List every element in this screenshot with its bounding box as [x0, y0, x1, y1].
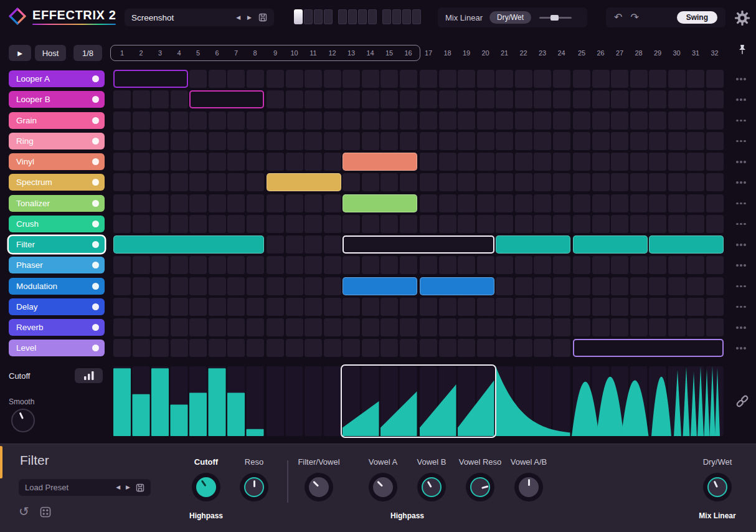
- track-state-dot[interactable]: [92, 241, 99, 248]
- pattern-slot-8[interactable]: [368, 9, 377, 24]
- grid-cell[interactable]: [247, 339, 264, 357]
- grid-cell[interactable]: [113, 194, 131, 212]
- grid-cell[interactable]: [171, 256, 188, 274]
- grid-cell[interactable]: [400, 298, 417, 316]
- effect-preset-save-icon[interactable]: [136, 483, 144, 492]
- grid-cell[interactable]: [668, 256, 686, 274]
- grid-cell[interactable]: [209, 298, 226, 316]
- step-number-21[interactable]: 21: [496, 49, 513, 57]
- grid-cell[interactable]: [649, 132, 666, 150]
- step-number-22[interactable]: 22: [515, 49, 532, 57]
- pattern-slot-1[interactable]: [294, 9, 303, 24]
- grid-cell[interactable]: [611, 256, 628, 274]
- grid-cell[interactable]: [305, 318, 322, 336]
- grid-cell[interactable]: [573, 70, 590, 88]
- step-block-filter[interactable]: [113, 235, 264, 254]
- grid-cell[interactable]: [380, 318, 398, 336]
- grid-cell[interactable]: [286, 153, 303, 171]
- grid-cell[interactable]: [247, 277, 264, 295]
- grid-cell[interactable]: [343, 256, 360, 274]
- grid-cell[interactable]: [171, 132, 188, 150]
- step-number-31[interactable]: 31: [687, 49, 704, 57]
- grid-cell[interactable]: [343, 70, 360, 88]
- grid-cell[interactable]: [553, 215, 570, 233]
- knob-dry-wet[interactable]: [703, 473, 732, 501]
- grid-cell[interactable]: [534, 194, 551, 212]
- grid-cell[interactable]: [534, 90, 551, 108]
- row-menu-icon[interactable]: [736, 347, 746, 349]
- grid-cell[interactable]: [477, 132, 494, 150]
- grid-cell[interactable]: [267, 298, 284, 316]
- grid-cell[interactable]: [649, 70, 666, 88]
- pattern-slot-3[interactable]: [314, 9, 323, 24]
- step-number-32[interactable]: 32: [706, 49, 724, 57]
- grid-cell[interactable]: [458, 112, 475, 130]
- grid-cell[interactable]: [477, 339, 494, 357]
- step-block-vinyl[interactable]: [343, 153, 417, 171]
- grid-cell[interactable]: [439, 70, 456, 88]
- step-number-25[interactable]: 25: [573, 49, 590, 57]
- grid-cell[interactable]: [649, 90, 666, 108]
- grid-cell[interactable]: [380, 256, 398, 274]
- grid-cell[interactable]: [515, 153, 532, 171]
- grid-cell[interactable]: [247, 318, 264, 336]
- grid-cell[interactable]: [420, 173, 437, 191]
- grid-cell[interactable]: [611, 194, 628, 212]
- grid-cell[interactable]: [305, 298, 322, 316]
- grid-cell[interactable]: [324, 132, 341, 150]
- load-preset-button[interactable]: Load Preset: [25, 483, 110, 492]
- grid-cell[interactable]: [420, 318, 437, 336]
- step-number-23[interactable]: 23: [534, 49, 551, 57]
- step-block-filter[interactable]: [573, 235, 648, 254]
- grid-cell[interactable]: [630, 112, 648, 130]
- grid-cell[interactable]: [668, 132, 686, 150]
- grid-cell[interactable]: [496, 318, 513, 336]
- play-button[interactable]: ▶: [9, 45, 31, 61]
- track-state-dot[interactable]: [92, 262, 99, 268]
- grid-cell[interactable]: [477, 318, 494, 336]
- grid-cell[interactable]: [496, 90, 513, 108]
- grid-cell[interactable]: [380, 215, 398, 233]
- grid-cell[interactable]: [592, 298, 610, 316]
- step-number-13[interactable]: 13: [343, 49, 360, 57]
- grid-cell[interactable]: [668, 112, 686, 130]
- step-number-12[interactable]: 12: [324, 49, 341, 57]
- grid-cell[interactable]: [534, 70, 551, 88]
- grid-cell[interactable]: [151, 215, 169, 233]
- grid-cell[interactable]: [400, 215, 417, 233]
- track-delay[interactable]: Delay: [9, 298, 105, 315]
- step-number-29[interactable]: 29: [649, 49, 666, 57]
- grid-cell[interactable]: [630, 256, 648, 274]
- grid-cell[interactable]: [209, 194, 226, 212]
- grid-cell[interactable]: [477, 173, 494, 191]
- grid-cell[interactable]: [420, 339, 437, 357]
- step-block-looper-b[interactable]: [189, 90, 264, 108]
- grid-cell[interactable]: [706, 298, 724, 316]
- grid-cell[interactable]: [458, 194, 475, 212]
- row-menu-icon[interactable]: [736, 202, 746, 205]
- grid-cell[interactable]: [553, 194, 570, 212]
- grid-cell[interactable]: [227, 70, 245, 88]
- track-phaser[interactable]: Phaser: [9, 257, 105, 273]
- grid-cell[interactable]: [458, 318, 475, 336]
- grid-cell[interactable]: [668, 318, 686, 336]
- grid-cell[interactable]: [687, 215, 704, 233]
- track-grain[interactable]: Grain: [9, 112, 105, 129]
- grid-cell[interactable]: [573, 90, 590, 108]
- grid-cell[interactable]: [439, 298, 456, 316]
- grid-cell[interactable]: [305, 277, 322, 295]
- grid-cell[interactable]: [592, 194, 610, 212]
- grid-cell[interactable]: [362, 90, 379, 108]
- grid-cell[interactable]: [553, 153, 570, 171]
- grid-cell[interactable]: [553, 298, 570, 316]
- grid-cell[interactable]: [343, 90, 360, 108]
- grid-cell[interactable]: [553, 173, 570, 191]
- row-menu-icon[interactable]: [736, 140, 746, 143]
- grid-cell[interactable]: [305, 90, 322, 108]
- grid-cell[interactable]: [189, 339, 207, 357]
- grid-cell[interactable]: [458, 298, 475, 316]
- track-state-dot[interactable]: [92, 179, 99, 186]
- grid-cell[interactable]: [362, 112, 379, 130]
- grid-cell[interactable]: [649, 256, 666, 274]
- step-number-2[interactable]: 2: [133, 49, 150, 57]
